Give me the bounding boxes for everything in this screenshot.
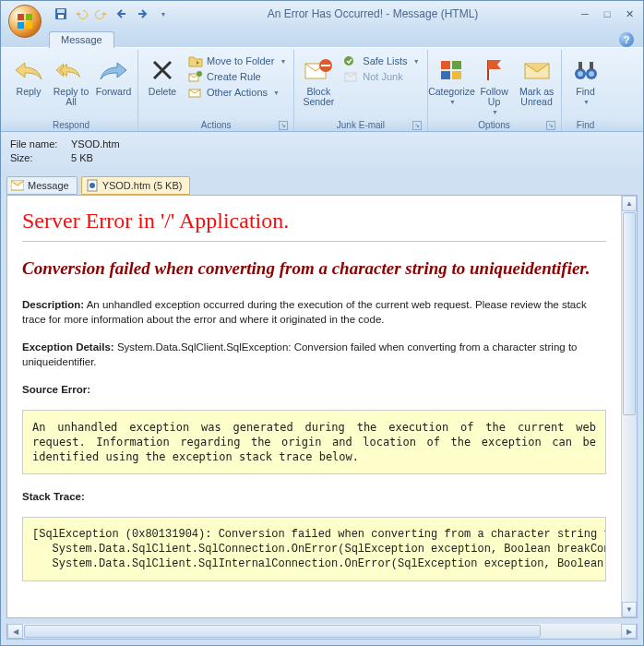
scroll-down-icon[interactable]: ▼ bbox=[622, 602, 637, 617]
svg-rect-17 bbox=[441, 71, 450, 79]
svg-point-22 bbox=[578, 71, 583, 77]
safe-lists-button[interactable]: Safe Lists▼ bbox=[340, 54, 423, 68]
window-title: An Error Has Occurred! - Message (HTML) bbox=[171, 7, 575, 20]
scroll-thumb[interactable] bbox=[623, 212, 636, 415]
svg-point-28 bbox=[89, 183, 95, 188]
not-junk-button: Not Junk bbox=[340, 69, 423, 84]
description-paragraph: Description: An unhandled exception occu… bbox=[22, 297, 606, 327]
source-error-heading: Source Error: bbox=[22, 382, 606, 397]
hscroll-track[interactable] bbox=[23, 624, 621, 639]
svg-rect-0 bbox=[18, 14, 24, 20]
source-error-box: An unhandled exception was generated dur… bbox=[22, 410, 606, 474]
error-subtitle: Conversion failed when converting from a… bbox=[22, 258, 606, 279]
reply-all-icon bbox=[56, 55, 86, 85]
actions-launcher-icon[interactable]: ↘ bbox=[279, 121, 288, 130]
error-page: Server Error in '/' Application. Convers… bbox=[7, 196, 621, 617]
find-button[interactable]: Find▼ bbox=[566, 54, 606, 107]
move-to-folder-button[interactable]: Move to Folder▼ bbox=[185, 54, 290, 68]
attachment-info: File name:YSOD.htm Size:5 KB bbox=[1, 132, 643, 174]
svg-rect-15 bbox=[441, 61, 450, 69]
help-icon[interactable]: ? bbox=[619, 32, 634, 47]
attachment-tab-message[interactable]: Message bbox=[6, 176, 78, 195]
attachment-tabs: Message YSOD.htm (5 KB) bbox=[1, 174, 643, 195]
title-bar: ▼ An Error Has Occurred! - Message (HTML… bbox=[1, 1, 643, 27]
close-button[interactable]: ✕ bbox=[619, 6, 639, 21]
size-value: 5 KB bbox=[71, 151, 93, 165]
group-respond: Reply Reply to All Forward Respond bbox=[5, 50, 138, 131]
stack-trace-heading: Stack Trace: bbox=[22, 489, 606, 504]
other-actions-button[interactable]: Other Actions▼ bbox=[185, 85, 290, 100]
mark-unread-button[interactable]: Mark as Unread bbox=[517, 54, 557, 109]
svg-rect-25 bbox=[590, 62, 593, 69]
create-rule-button[interactable]: Create Rule bbox=[185, 69, 290, 84]
group-label-find: Find bbox=[566, 119, 606, 131]
svg-rect-1 bbox=[26, 14, 32, 20]
ribbon: Reply Reply to All Forward Respond Delet… bbox=[1, 47, 643, 132]
options-launcher-icon[interactable]: ↘ bbox=[546, 121, 555, 130]
hscroll-thumb[interactable] bbox=[24, 625, 541, 638]
forward-button[interactable]: Forward bbox=[93, 54, 134, 99]
safe-lists-icon bbox=[344, 54, 359, 67]
svg-rect-5 bbox=[57, 9, 65, 13]
mail-icon bbox=[11, 180, 24, 191]
divider bbox=[22, 241, 606, 242]
stack-trace-box: [SqlException (0x80131904): Conversion f… bbox=[22, 517, 606, 581]
categorize-button[interactable]: Categorize▼ bbox=[432, 54, 472, 107]
scroll-right-icon[interactable]: ▶ bbox=[621, 624, 637, 639]
file-name-value: YSOD.htm bbox=[71, 138, 120, 151]
attachment-tab-file[interactable]: YSOD.htm (5 KB) bbox=[81, 176, 191, 195]
svg-point-23 bbox=[589, 71, 594, 77]
ribbon-tab-row: Message ? bbox=[1, 27, 643, 47]
svg-rect-2 bbox=[18, 22, 24, 29]
svg-point-13 bbox=[344, 56, 353, 66]
office-button[interactable] bbox=[8, 5, 42, 38]
next-item-icon[interactable] bbox=[134, 6, 150, 22]
maximize-button[interactable]: □ bbox=[597, 6, 617, 21]
binoculars-icon bbox=[571, 55, 601, 85]
reply-all-button[interactable]: Reply to All bbox=[51, 54, 91, 109]
reply-button[interactable]: Reply bbox=[8, 54, 49, 99]
categorize-icon bbox=[437, 55, 467, 85]
other-actions-icon bbox=[188, 86, 203, 99]
horizontal-scrollbar[interactable]: ◀ ▶ bbox=[6, 624, 638, 640]
scroll-up-icon[interactable]: ▲ bbox=[622, 196, 637, 211]
svg-rect-6 bbox=[58, 15, 64, 18]
tab-message[interactable]: Message bbox=[49, 31, 114, 48]
group-label-options: Options↘ bbox=[432, 119, 557, 131]
group-label-actions: Actions↘ bbox=[142, 119, 290, 131]
delete-icon bbox=[148, 55, 177, 85]
svg-rect-18 bbox=[452, 71, 461, 79]
reply-icon bbox=[14, 55, 43, 85]
svg-point-8 bbox=[197, 71, 202, 77]
forward-icon bbox=[99, 55, 128, 85]
file-name-label: File name: bbox=[10, 138, 66, 151]
quick-access-toolbar: ▼ bbox=[53, 6, 171, 22]
group-find: Find▼ Find bbox=[562, 50, 610, 131]
group-label-respond: Respond bbox=[8, 119, 134, 131]
group-junk: Block Sender Safe Lists▼ Not Junk Junk E… bbox=[294, 50, 427, 131]
block-sender-button[interactable]: Block Sender bbox=[298, 54, 339, 109]
group-label-junk: Junk E-mail↘ bbox=[298, 119, 423, 131]
block-sender-icon bbox=[304, 55, 333, 85]
scroll-track[interactable] bbox=[622, 416, 637, 602]
delete-button[interactable]: Delete bbox=[142, 54, 183, 99]
folder-move-icon bbox=[188, 54, 203, 67]
not-junk-icon bbox=[344, 70, 359, 83]
minimize-button[interactable]: ─ bbox=[575, 6, 595, 21]
error-title: Server Error in '/' Application. bbox=[22, 209, 606, 233]
flag-icon bbox=[480, 55, 509, 85]
content-area: Server Error in '/' Application. Convers… bbox=[6, 195, 638, 618]
redo-icon[interactable] bbox=[93, 6, 110, 22]
scroll-left-icon[interactable]: ◀ bbox=[7, 624, 23, 639]
junk-launcher-icon[interactable]: ↘ bbox=[412, 121, 422, 130]
undo-icon[interactable] bbox=[73, 6, 89, 22]
rule-icon bbox=[188, 70, 203, 83]
follow-up-button[interactable]: Follow Up▼ bbox=[474, 54, 515, 117]
vertical-scrollbar[interactable]: ▲ ▼ bbox=[621, 196, 637, 617]
qat-customize-icon[interactable]: ▼ bbox=[154, 6, 171, 22]
save-icon[interactable] bbox=[53, 6, 69, 22]
svg-rect-16 bbox=[452, 61, 461, 69]
exception-paragraph: Exception Details: System.Data.SqlClient… bbox=[22, 340, 606, 369]
size-label: Size: bbox=[10, 151, 66, 165]
previous-item-icon[interactable] bbox=[113, 6, 130, 22]
